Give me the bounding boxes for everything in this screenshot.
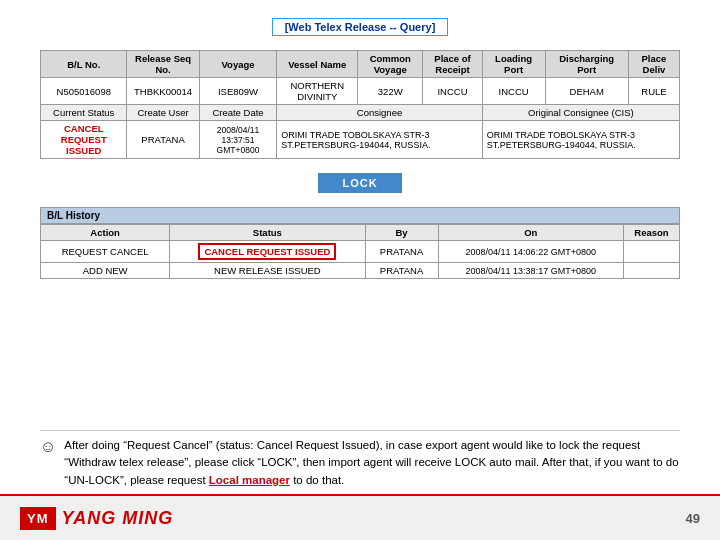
hist-col-by: By: [365, 225, 438, 241]
lock-button[interactable]: LOCK: [318, 173, 401, 193]
logo-name: YANG MING: [62, 508, 174, 529]
cell-create-date: 2008/04/11 13:37:51 GMT+0800: [199, 121, 277, 159]
title-bar: [Web Telex Release -- Query]: [40, 18, 680, 36]
main-data-row: N505016098 THBKK00014 ISE809W NORTHERN D…: [41, 78, 680, 105]
logo-area: YM YANG MING: [20, 507, 173, 530]
hist-col-on: On: [438, 225, 623, 241]
hist-col-status: Status: [170, 225, 365, 241]
col-discharging-port: Discharging Port: [545, 51, 628, 78]
hist-reason-1: [623, 241, 679, 263]
col-bl-no: B/L No.: [41, 51, 127, 78]
history-header: B/L History: [40, 207, 680, 224]
cell-create-user: PRATANA: [127, 121, 199, 159]
page-number: 49: [686, 511, 700, 526]
cell-common-voyage: 322W: [358, 78, 423, 105]
cell-loading-port: INCCU: [482, 78, 545, 105]
local-manager-link[interactable]: Local manager: [209, 474, 290, 486]
slide: [Web Telex Release -- Query] B/L No. Rel…: [0, 0, 720, 540]
history-row-1: REQUEST CANCEL CANCEL REQUEST ISSUED PRA…: [41, 241, 680, 263]
cell-discharging-port: DEHAM: [545, 78, 628, 105]
cell-current-status: CANCEL REQUEST ISSUED: [41, 121, 127, 159]
hist-by-1: PRATANA: [365, 241, 438, 263]
hist-col-reason: Reason: [623, 225, 679, 241]
lock-button-container: LOCK: [40, 173, 680, 193]
history-row-2: ADD NEW NEW RELEASE ISSUED PRATANA 2008/…: [41, 263, 680, 279]
instruction-area: ☺ After doing “Request Cancel” (status: …: [0, 431, 720, 494]
hist-on-1: 2008/04/11 14:06:22 GMT+0800: [438, 241, 623, 263]
cell-bl-no: N505016098: [41, 78, 127, 105]
hist-by-2: PRATANA: [365, 263, 438, 279]
history-section: B/L History Action Status By On Reason R…: [40, 207, 680, 279]
page-title: [Web Telex Release -- Query]: [272, 18, 449, 36]
col-vessel: Vessel Name: [277, 51, 358, 78]
hist-status-1: CANCEL REQUEST ISSUED: [170, 241, 365, 263]
cell-place-receipt: INCCU: [423, 78, 482, 105]
history-table: Action Status By On Reason REQUEST CANCE…: [40, 224, 680, 279]
cell-voyage: ISE809W: [199, 78, 277, 105]
content-area: [Web Telex Release -- Query] B/L No. Rel…: [0, 0, 720, 430]
cell-place-deliv: RULE: [628, 78, 679, 105]
instruction-text: After doing “Request Cancel” (status: Ca…: [64, 437, 680, 490]
col-voyage: Voyage: [199, 51, 277, 78]
footer: YM YANG MING 49: [0, 494, 720, 540]
col-place-deliv: Place Deliv: [628, 51, 679, 78]
col-place-receipt: Place of Receipt: [423, 51, 482, 78]
col-loading-port: Loading Port: [482, 51, 545, 78]
col-release-seq: Release Seq No.: [127, 51, 199, 78]
lbl-current-status: Current Status: [41, 105, 127, 121]
hist-action-1: REQUEST CANCEL: [41, 241, 170, 263]
main-data-table: B/L No. Release Seq No. Voyage Vessel Na…: [40, 50, 680, 159]
cell-consignee: ORIMI TRADE TOBOLSKAYA STR-3 ST.PETERSBU…: [277, 121, 482, 159]
logo-box: YM: [20, 507, 56, 530]
instruction-part3: to do that.: [290, 474, 344, 486]
lbl-orig-consignee: Original Consignee (CIS): [482, 105, 679, 121]
lbl-create-date: Create Date: [199, 105, 277, 121]
hist-reason-2: [623, 263, 679, 279]
hist-status-2: NEW RELEASE ISSUED: [170, 263, 365, 279]
lbl-consignee: Consignee: [277, 105, 482, 121]
info-labels-row: Current Status Create User Create Date C…: [41, 105, 680, 121]
cell-release-seq: THBKK00014: [127, 78, 199, 105]
hist-action-2: ADD NEW: [41, 263, 170, 279]
lbl-create-user: Create User: [127, 105, 199, 121]
info-data-row: CANCEL REQUEST ISSUED PRATANA 2008/04/11…: [41, 121, 680, 159]
smiley-icon: ☺: [40, 438, 56, 456]
col-common-voyage: Common Voyage: [358, 51, 423, 78]
hist-on-2: 2008/04/11 13:38:17 GMT+0800: [438, 263, 623, 279]
hist-col-action: Action: [41, 225, 170, 241]
cell-vessel: NORTHERN DIVINITY: [277, 78, 358, 105]
cell-orig-consignee: ORIMI TRADE TOBOLSKAYA STR-3 ST.PETERSBU…: [482, 121, 679, 159]
instruction-part1: After doing “Request Cancel” (status: Ca…: [64, 439, 678, 487]
